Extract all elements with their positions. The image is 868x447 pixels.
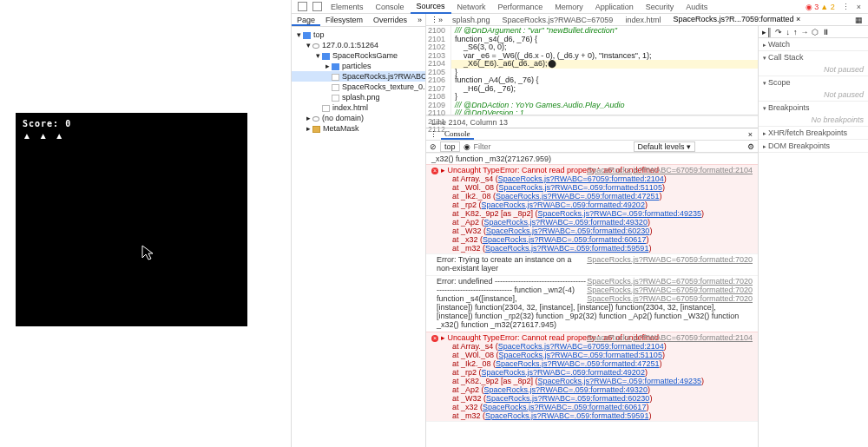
- game-lives: ▲ ▲ ▲: [16, 129, 247, 142]
- file-tab[interactable]: SpaceRocks.js?RWABC=67059: [496, 15, 620, 25]
- pause-exc-icon[interactable]: ⏸: [822, 28, 830, 36]
- tree-item[interactable]: ▾SpaceRocksGame: [292, 50, 425, 61]
- step-into-icon[interactable]: ↓: [786, 28, 790, 36]
- log-levels-select[interactable]: Default levels ▾: [634, 141, 696, 152]
- tree-item[interactable]: ▸particles: [292, 61, 425, 71]
- step-icon[interactable]: →: [800, 28, 808, 36]
- code-editor[interactable]: 2100210121022103210421052106210721082109…: [426, 26, 758, 115]
- tree-item[interactable]: ▾top: [292, 30, 425, 40]
- debugger-section-header[interactable]: Scope: [759, 76, 868, 89]
- file-tab[interactable]: index.html: [619, 15, 667, 25]
- step-over-icon[interactable]: ↷: [775, 28, 782, 36]
- tree-item[interactable]: ▸MetaMask: [292, 123, 425, 134]
- deactivate-bp-icon[interactable]: ⬡: [812, 28, 819, 36]
- tab-network[interactable]: Network: [451, 1, 492, 13]
- step-out-icon[interactable]: ↑: [793, 28, 798, 36]
- tab-elements[interactable]: Elements: [325, 1, 370, 13]
- tree-item[interactable]: ▾127.0.0.1:51264: [292, 40, 425, 50]
- nav-tab-more[interactable]: »: [412, 14, 427, 26]
- drawer-menu-icon[interactable]: ⋮: [430, 130, 437, 139]
- debugger-section-header[interactable]: XHR/fetch Breakpoints: [759, 127, 868, 139]
- console-settings-icon[interactable]: ⚙: [747, 142, 754, 151]
- devtools-toolbar: Elements Console Sources Network Perform…: [292, 0, 868, 14]
- tree-item[interactable]: index.html: [292, 102, 425, 113]
- debugger-sidebar: ▸║ ↷ ↓ ↑ → ⬡ ⏸ WatchCall StackNot paused…: [758, 26, 868, 447]
- tab-memory[interactable]: Memory: [549, 1, 589, 13]
- tab-security[interactable]: Security: [640, 1, 681, 13]
- tab-application[interactable]: Application: [589, 1, 640, 13]
- game-score: Score: 0: [16, 113, 247, 129]
- device-icon[interactable]: [312, 2, 322, 11]
- drawer-close-icon[interactable]: ×: [748, 130, 753, 139]
- error-count[interactable]: ◉ 3: [806, 3, 819, 11]
- tab-sources[interactable]: Sources: [411, 0, 451, 14]
- game-canvas: Score: 0 ▲ ▲ ▲: [16, 113, 247, 326]
- console-output[interactable]: _x32() function _m32(271267.959)×▸ Uncau…: [426, 153, 758, 423]
- context-select[interactable]: top: [440, 141, 460, 152]
- clear-console-icon[interactable]: ⊘: [430, 142, 437, 151]
- tree-item[interactable]: SpaceRocks_texture_0.png: [292, 82, 425, 92]
- close-icon[interactable]: ×: [853, 3, 865, 11]
- tab-performance[interactable]: Performance: [492, 1, 549, 13]
- warn-count[interactable]: ▲ 2: [820, 3, 834, 11]
- debugger-section-header[interactable]: Watch: [759, 38, 868, 50]
- nav-tab-page[interactable]: Page: [292, 14, 320, 26]
- tab-audits[interactable]: Audits: [680, 1, 713, 13]
- resume-icon[interactable]: ▸║: [762, 28, 772, 36]
- tree-item[interactable]: ▸(no domain): [292, 113, 425, 123]
- menu-icon[interactable]: ⋮: [838, 3, 853, 11]
- console-filter-input[interactable]: [474, 142, 578, 151]
- editor-status: Line 2104, Column 13: [426, 115, 758, 128]
- console-tab[interactable]: Console: [441, 129, 474, 140]
- console-drawer: ⋮ Console × ⊘ top ◉ Default levels ▾ ⚙: [426, 128, 758, 423]
- tree-item[interactable]: SpaceRocks.js?RWABC=67059: [292, 71, 425, 82]
- debugger-section-header[interactable]: DOM Breakpoints: [759, 140, 868, 152]
- eye-icon[interactable]: ◉: [464, 142, 470, 151]
- nav-tab-filesystem[interactable]: Filesystem: [320, 14, 368, 26]
- file-tab[interactable]: splash.png: [446, 15, 496, 25]
- cursor-icon: [141, 245, 157, 260]
- nav-tab-overrides[interactable]: Overrides: [368, 14, 412, 26]
- tree-item[interactable]: splash.png: [292, 92, 425, 102]
- file-navigator: Page Filesystem Overrides » ⋮ ▾top▾127.0…: [292, 14, 426, 447]
- debugger-section-header[interactable]: Breakpoints: [759, 102, 868, 114]
- tab-console[interactable]: Console: [370, 1, 411, 13]
- file-tab-active[interactable]: SpaceRocks.js?R...7059:formatted ×: [667, 14, 806, 25]
- debugger-section-header[interactable]: Call Stack: [759, 51, 868, 63]
- file-tree: ▾top▾127.0.0.1:51264▾SpaceRocksGame▸part…: [292, 27, 425, 447]
- file-more-icon[interactable]: ▦: [850, 16, 868, 24]
- inspect-icon[interactable]: [298, 2, 307, 11]
- files-more-icon[interactable]: »: [438, 16, 443, 24]
- devtools: Elements Console Sources Network Perform…: [291, 0, 868, 447]
- open-files-bar: » splash.png SpaceRocks.js?RWABC=67059 i…: [426, 14, 868, 26]
